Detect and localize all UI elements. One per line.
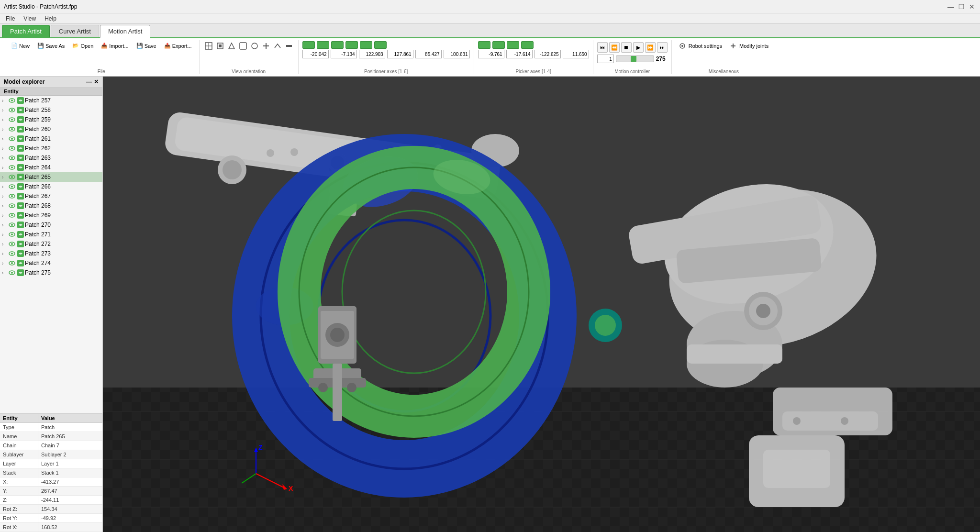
transport-skip-back[interactable]: ⏮	[597, 42, 608, 53]
view-btn-3[interactable]	[226, 41, 237, 51]
save-as-button[interactable]: 💾 Save As	[34, 41, 68, 51]
entity-item-262[interactable]: ›Patch 262	[0, 144, 102, 153]
open-button[interactable]: 📂 Open	[69, 41, 97, 51]
entity-item-269[interactable]: ›Patch 269	[0, 211, 102, 220]
expand-arrow-271[interactable]: ›	[2, 232, 8, 237]
expand-arrow-267[interactable]: ›	[2, 194, 8, 199]
motion-slider-track[interactable]	[616, 55, 654, 62]
expand-arrow-260[interactable]: ›	[2, 127, 8, 132]
eye-icon-261[interactable]	[9, 135, 15, 142]
entity-item-270[interactable]: ›Patch 270	[0, 220, 102, 230]
view-btn-7[interactable]	[272, 41, 283, 51]
expand-arrow-269[interactable]: ›	[2, 213, 8, 218]
picker-axis-4[interactable]	[563, 50, 589, 58]
eye-icon-265[interactable]	[9, 174, 15, 180]
view-btn-5[interactable]	[249, 41, 260, 51]
eye-icon-267[interactable]	[9, 193, 15, 200]
transport-play[interactable]: ▶	[633, 42, 644, 53]
entity-item-263[interactable]: ›Patch 263	[0, 153, 102, 163]
picker-axis-1[interactable]	[478, 50, 504, 58]
pos-green-btn-4[interactable]	[345, 41, 358, 49]
expand-arrow-258[interactable]: ›	[2, 108, 8, 113]
menu-file[interactable]: File	[2, 14, 19, 23]
window-controls[interactable]: — ❐ ✕	[947, 2, 976, 11]
eye-icon-268[interactable]	[9, 202, 15, 209]
viewport[interactable]: Z X	[103, 77, 980, 532]
eye-icon-272[interactable]	[9, 241, 15, 247]
transport-stop[interactable]: ⏹	[621, 42, 632, 53]
entity-item-260[interactable]: ›Patch 260	[0, 124, 102, 134]
header-controls[interactable]: — ✕	[86, 78, 99, 85]
expand-arrow-268[interactable]: ›	[2, 203, 8, 209]
transport-fast-forward[interactable]: ⏩	[645, 42, 656, 53]
entity-item-264[interactable]: ›Patch 264	[0, 163, 102, 172]
motion-slider-thumb[interactable]	[631, 56, 636, 62]
export-button[interactable]: 📤 Export...	[161, 41, 195, 51]
expand-arrow-272[interactable]: ›	[2, 242, 8, 247]
eye-icon-271[interactable]	[9, 231, 15, 238]
entity-item-274[interactable]: ›Patch 274	[0, 258, 102, 268]
menu-view[interactable]: View	[20, 14, 40, 23]
expand-arrow-274[interactable]: ›	[2, 261, 8, 266]
picker-axis-3[interactable]	[535, 50, 561, 58]
view-btn-4[interactable]	[238, 41, 248, 51]
header-minimize[interactable]: —	[86, 78, 92, 85]
expand-arrow-265[interactable]: ›	[2, 175, 8, 180]
expand-arrow-257[interactable]: ›	[2, 98, 8, 103]
motion-frame[interactable]	[597, 55, 614, 63]
pos-axis-3[interactable]	[359, 50, 385, 58]
pos-green-btn-6[interactable]	[374, 41, 387, 49]
entity-item-266[interactable]: ›Patch 266	[0, 182, 102, 191]
eye-icon-274[interactable]	[9, 260, 15, 266]
expand-arrow-259[interactable]: ›	[2, 117, 8, 122]
eye-icon-260[interactable]	[9, 126, 15, 133]
eye-icon-266[interactable]	[9, 183, 15, 190]
import-button[interactable]: 📥 Import...	[98, 41, 132, 51]
robot-settings-button[interactable]: Robot settings	[676, 41, 725, 51]
save-button[interactable]: 💾 Save	[133, 41, 160, 51]
eye-icon-259[interactable]	[9, 116, 15, 123]
entity-item-273[interactable]: ›Patch 273	[0, 249, 102, 258]
pos-green-btn-1[interactable]	[302, 41, 315, 49]
tab-motion-artist[interactable]: Motion Artist	[100, 25, 151, 38]
eye-icon-262[interactable]	[9, 145, 15, 152]
entity-item-275[interactable]: ›Patch 275	[0, 268, 102, 277]
expand-arrow-262[interactable]: ›	[2, 146, 8, 151]
eye-icon-275[interactable]	[9, 269, 15, 276]
picker-green-btn-1[interactable]	[478, 41, 490, 49]
eye-icon-258[interactable]	[9, 107, 15, 113]
picker-green-btn-3[interactable]	[507, 41, 519, 49]
modify-joints-button[interactable]: Modify joints	[726, 41, 772, 51]
new-button[interactable]: 📄 New	[8, 41, 33, 51]
entity-item-265[interactable]: ›Patch 265	[0, 172, 102, 182]
entity-item-268[interactable]: ›Patch 268	[0, 201, 102, 211]
entity-list[interactable]: ›Patch 257›Patch 258›Patch 259›Patch 260…	[0, 96, 102, 413]
expand-arrow-266[interactable]: ›	[2, 184, 8, 189]
view-btn-8[interactable]	[284, 41, 294, 51]
expand-arrow-275[interactable]: ›	[2, 270, 8, 276]
pos-green-btn-3[interactable]	[331, 41, 344, 49]
header-close[interactable]: ✕	[94, 78, 99, 85]
picker-green-btn-2[interactable]	[492, 41, 505, 49]
expand-arrow-264[interactable]: ›	[2, 165, 8, 170]
close-button[interactable]: ✕	[968, 2, 976, 11]
view-btn-1[interactable]	[203, 41, 214, 51]
entity-item-258[interactable]: ›Patch 258	[0, 105, 102, 115]
eye-icon-257[interactable]	[9, 97, 15, 104]
pos-axis-6[interactable]	[444, 50, 470, 58]
transport-skip-forward[interactable]: ⏭	[657, 42, 668, 53]
restore-button[interactable]: ❐	[957, 2, 966, 11]
eye-icon-269[interactable]	[9, 212, 15, 219]
minimize-button[interactable]: —	[947, 2, 955, 11]
picker-axis-2[interactable]	[506, 50, 533, 58]
eye-icon-263[interactable]	[9, 155, 15, 161]
pos-axis-2[interactable]	[331, 50, 357, 58]
pos-axis-4[interactable]	[387, 50, 413, 58]
view-btn-6[interactable]	[261, 41, 271, 51]
expand-arrow-261[interactable]: ›	[2, 136, 8, 142]
menu-help[interactable]: Help	[41, 14, 60, 23]
expand-arrow-270[interactable]: ›	[2, 222, 8, 228]
entity-item-259[interactable]: ›Patch 259	[0, 115, 102, 124]
eye-icon-270[interactable]	[9, 222, 15, 228]
pos-axis-5[interactable]	[415, 50, 442, 58]
